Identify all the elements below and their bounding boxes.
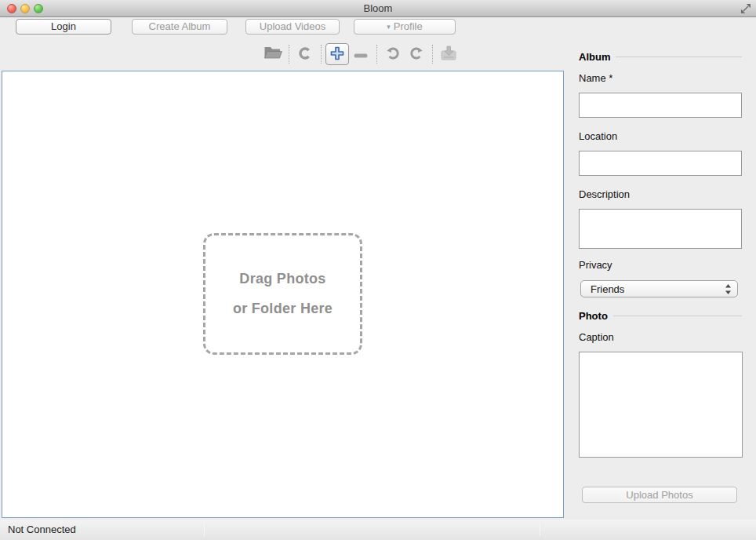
open-folder-icon [264,46,282,63]
import-button[interactable] [437,43,460,65]
drop-zone-line1: Drag Photos [239,271,325,287]
photo-section-header: Photo [579,310,742,322]
upload-photos-button[interactable]: Upload Photos [582,487,737,503]
upload-videos-button[interactable]: Upload Videos [245,19,340,35]
open-folder-button[interactable] [261,43,285,65]
refresh-icon [298,46,312,63]
create-album-button[interactable]: Create Album [132,19,227,35]
login-button[interactable]: Login [16,19,111,35]
import-icon [439,45,458,64]
name-input[interactable] [579,93,742,118]
remove-photos-button[interactable] [349,43,373,65]
toolbar-separator [376,45,377,64]
drop-zone[interactable]: Drag Photos or Folder Here [203,233,362,355]
rotate-right-icon [409,46,423,63]
photo-tools-toolbar [261,42,460,66]
status-bar: Not Connected [0,520,756,540]
album-section-header: Album [579,51,742,63]
dropdown-arrow-icon: ▾ [387,23,391,31]
title-bar[interactable]: Bloom [0,0,756,17]
toolbar-separator [432,45,433,64]
drop-zone-line2: or Folder Here [233,301,333,317]
description-label: Description [579,188,630,200]
privacy-select[interactable]: Friends [580,280,738,297]
privacy-label: Privacy [579,259,612,271]
rotate-right-button[interactable] [405,43,428,65]
minus-icon [354,49,368,60]
connection-status: Not Connected [8,520,76,539]
status-bar-divider [540,523,540,536]
fullscreen-icon[interactable] [740,2,752,15]
profile-button-label: Profile [394,20,423,32]
toolbar-separator [289,45,289,64]
rotate-left-icon [386,46,400,63]
name-label: Name * [579,72,612,84]
caption-textarea[interactable] [579,352,743,458]
privacy-select-value: Friends [591,283,624,295]
rotate-left-button[interactable] [381,43,405,65]
minimize-button[interactable] [20,4,30,13]
toolbar-separator [321,45,322,64]
close-button[interactable] [7,4,16,13]
photo-canvas[interactable]: Drag Photos or Folder Here [2,71,564,518]
plus-icon [329,46,345,64]
profile-button[interactable]: ▾Profile [354,19,456,35]
location-input[interactable] [579,151,742,176]
add-photos-button[interactable] [325,43,349,65]
location-label: Location [579,130,617,142]
app-window: Bloom Login Create Album Upload Videos ▾… [0,0,756,540]
zoom-button[interactable] [34,4,43,13]
refresh-button[interactable] [293,43,317,65]
description-textarea[interactable] [579,209,742,249]
status-bar-divider [204,523,205,536]
window-title: Bloom [0,0,756,16]
caption-label: Caption [579,331,614,343]
select-arrows-icon [725,283,732,297]
